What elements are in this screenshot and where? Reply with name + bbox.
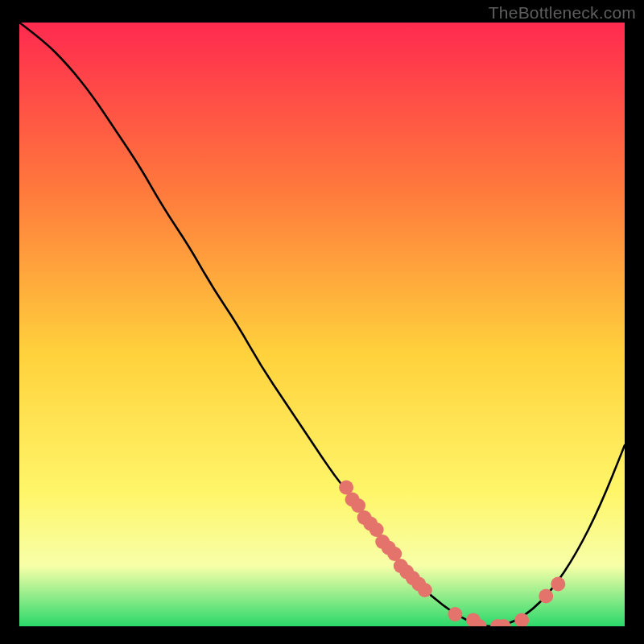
chart-frame: TheBottleneck.com: [0, 0, 644, 644]
data-marker: [448, 607, 462, 621]
chart-svg: [19, 23, 625, 626]
plot-area: [19, 23, 625, 626]
watermark-text: TheBottleneck.com: [489, 3, 636, 23]
data-marker: [551, 577, 565, 592]
data-marker: [539, 589, 553, 604]
data-marker: [418, 583, 432, 597]
gradient-background: [19, 23, 625, 626]
